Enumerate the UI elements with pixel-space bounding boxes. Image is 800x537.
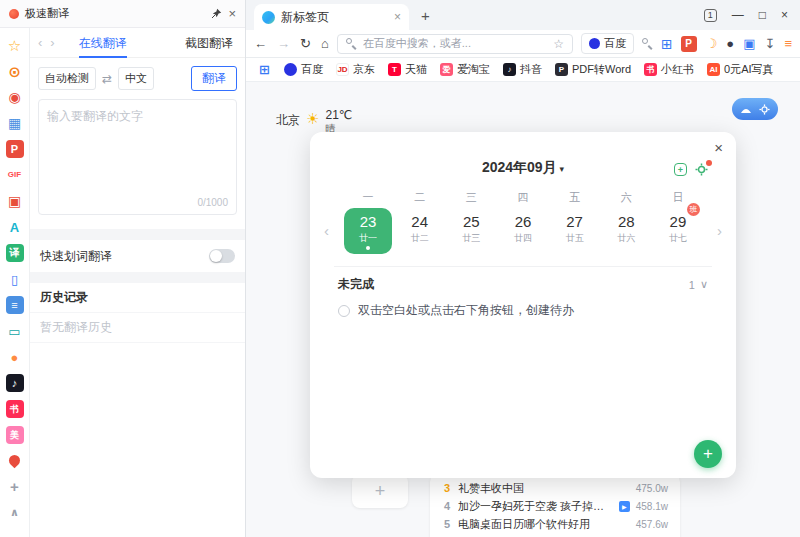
tab-close-icon[interactable]: × xyxy=(394,10,401,24)
day-lunar: 廿六 xyxy=(602,232,650,245)
bookmark-baidu[interactable]: 百度 xyxy=(284,62,323,77)
hot-count: 475.0w xyxy=(636,483,668,494)
night-mode-icon[interactable]: ☽ xyxy=(706,37,718,50)
scan-tool-icon[interactable]: ▦ xyxy=(6,114,24,132)
char-counter: 0/1000 xyxy=(197,197,228,208)
day-cell[interactable]: 24廿二 xyxy=(396,208,444,254)
day-cell[interactable]: 25廿三 xyxy=(447,208,495,254)
quick-translate-toggle[interactable] xyxy=(209,249,235,263)
skin-icon[interactable] xyxy=(740,105,752,114)
chevron-down-icon: ∨ xyxy=(700,278,708,291)
swap-languages-icon[interactable]: ⇄ xyxy=(102,72,112,86)
day-cell[interactable]: 29廿七班 xyxy=(654,208,702,254)
tab-screenshot-translate[interactable]: 截图翻译 xyxy=(185,28,233,58)
browser-tab[interactable]: 新标签页 × xyxy=(254,4,409,30)
hot-search-item[interactable]: 4加沙一孕妇死于空袭 孩子掉楼梯上▶458.1w xyxy=(442,497,668,515)
crop-tool-icon[interactable]: ▣ xyxy=(6,192,24,210)
pdf-tool-icon[interactable]: P xyxy=(6,140,24,158)
target-language-select[interactable]: 中文 xyxy=(118,67,154,90)
phone-tool-icon[interactable]: ▯ xyxy=(6,270,24,288)
day-cell[interactable]: 27廿五 xyxy=(551,208,599,254)
new-tab-button[interactable]: + xyxy=(421,7,430,24)
bookmark-pdf2word[interactable]: PPDF转Word xyxy=(555,62,631,77)
translate-button[interactable]: 翻译 xyxy=(191,66,237,91)
history-tool-icon[interactable]: ⊙ xyxy=(6,62,24,80)
cast-tool-icon[interactable]: ▭ xyxy=(6,322,24,340)
extension-dark-icon[interactable]: ● xyxy=(726,37,734,50)
close-button[interactable]: × xyxy=(781,9,788,21)
add-todo-button[interactable]: + xyxy=(694,440,722,468)
quick-translate-row: 快速划词翻译 xyxy=(30,240,245,272)
download-icon[interactable]: ↧ xyxy=(765,37,776,50)
gif-tool-icon[interactable]: GIF xyxy=(6,166,24,184)
star-tool-icon[interactable]: ☆ xyxy=(6,36,24,54)
tab-online-translate[interactable]: 在线翻译 xyxy=(79,28,127,58)
add-shortcut-tile[interactable]: + xyxy=(352,474,408,508)
bookmark-pdf2word-label: PDF转Word xyxy=(572,62,631,77)
back-icon[interactable]: ← xyxy=(254,36,267,51)
bookmark-douyin[interactable]: ♪抖音 xyxy=(503,62,542,77)
tab-count-badge[interactable]: 1 xyxy=(704,9,717,22)
beauty-tool-icon[interactable]: 美 xyxy=(6,426,24,444)
browser-tabbar: 新标签页 × + 1—□× xyxy=(246,0,800,30)
tab-forward-icon[interactable]: › xyxy=(50,35,54,50)
bookmark-aitaobao[interactable]: 爱爱淘宝 xyxy=(440,62,490,77)
section-divider xyxy=(30,272,245,283)
add-tool-icon[interactable]: + xyxy=(6,477,24,495)
weather-temp: 21℃ xyxy=(325,108,352,123)
weekday-label: 五 xyxy=(551,190,599,205)
calendar-month-select[interactable]: 2024年09月▾ xyxy=(310,159,736,177)
pdf-convert-icon[interactable]: P xyxy=(681,36,697,52)
panel-close-icon[interactable]: × xyxy=(228,7,236,20)
bookmark-jd[interactable]: JD京东 xyxy=(336,62,375,77)
hot-search-item[interactable]: 3礼赞丰收中国475.0w xyxy=(442,479,668,497)
translate-tool-icon[interactable]: 译 xyxy=(6,244,24,262)
maximize-button[interactable]: □ xyxy=(759,9,766,21)
collapse-icon[interactable]: ∧ xyxy=(6,503,24,521)
bookmark-douyin-label: 抖音 xyxy=(520,62,542,77)
search-engine-button[interactable]: 百度 xyxy=(581,33,634,54)
calendar-close-icon[interactable]: × xyxy=(714,140,723,155)
refresh-icon[interactable]: ↻ xyxy=(300,36,311,51)
screenshot-icon[interactable]: ▣ xyxy=(743,37,755,50)
location-tool-icon[interactable] xyxy=(7,453,23,469)
search-go-icon[interactable] xyxy=(642,38,653,49)
bookmark-pdf2word-icon: P xyxy=(555,63,568,76)
menu-icon[interactable]: ≡ xyxy=(784,37,792,50)
translate-a-tool-icon[interactable]: A xyxy=(6,218,24,236)
theme-settings-pill[interactable] xyxy=(732,98,778,120)
home-icon[interactable]: ⌂ xyxy=(321,36,329,51)
todo-count-toggle[interactable]: 1 ∨ xyxy=(689,278,708,291)
bookmark-jd-label: 京东 xyxy=(353,62,375,77)
gear-icon[interactable] xyxy=(759,104,770,115)
tab-back-icon[interactable]: ‹ xyxy=(38,35,42,50)
source-language-select[interactable]: 自动检测 xyxy=(38,67,96,90)
apps-grid-icon[interactable]: ⊞ xyxy=(661,36,673,52)
hot-search-item[interactable]: 5电脑桌面日历哪个软件好用457.6w xyxy=(442,515,668,533)
bookmark-xiaohongshu[interactable]: 书小红书 xyxy=(644,62,694,77)
forward-icon[interactable]: → xyxy=(277,36,290,51)
todo-count: 1 xyxy=(689,279,695,291)
bookmark-apps[interactable]: ⊞ xyxy=(258,63,271,76)
address-bar[interactable]: 在百度中搜索，或者... ☆ xyxy=(337,34,573,54)
bookmark-ai-photo[interactable]: AI0元AI写真 xyxy=(707,62,774,77)
record-tool-icon[interactable]: ◉ xyxy=(6,88,24,106)
hot-search-card: 3礼赞丰收中国475.0w4加沙一孕妇死于空袭 孩子掉楼梯上▶458.1w5电脑… xyxy=(430,472,680,537)
translate-input[interactable]: 输入要翻译的文字 0/1000 xyxy=(38,99,237,215)
next-week-icon[interactable]: › xyxy=(717,222,722,239)
day-number: 25 xyxy=(447,213,495,230)
pet-tool-icon[interactable]: ● xyxy=(6,348,24,366)
prev-week-icon[interactable]: ‹ xyxy=(324,222,329,239)
minimize-button[interactable]: — xyxy=(732,9,744,21)
day-cell[interactable]: 28廿六 xyxy=(602,208,650,254)
baidu-icon xyxy=(589,38,600,49)
pin-icon[interactable] xyxy=(211,8,222,19)
bookmark-star-icon[interactable]: ☆ xyxy=(553,37,564,51)
notes-tool-icon[interactable]: ≡ xyxy=(6,296,24,314)
bookmark-tmall[interactable]: T天猫 xyxy=(388,62,427,77)
xiaohongshu-tool-icon[interactable]: 书 xyxy=(6,400,24,418)
todo-checkbox[interactable] xyxy=(338,305,350,317)
day-cell[interactable]: 26廿四 xyxy=(499,208,547,254)
day-cell[interactable]: 23廿一 xyxy=(344,208,392,254)
tiktok-tool-icon[interactable]: ♪ xyxy=(6,374,24,392)
